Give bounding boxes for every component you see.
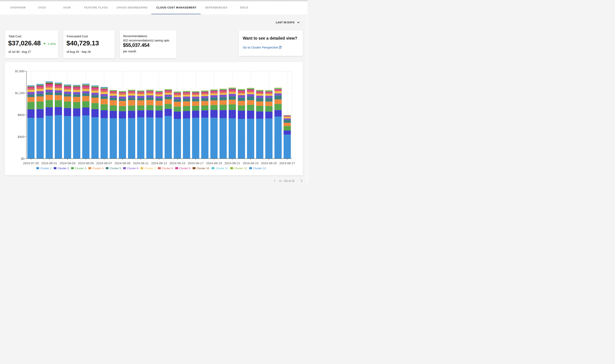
svg-text:2024-08-27: 2024-08-27 [279, 161, 295, 165]
svg-text:2024-08-25: 2024-08-25 [261, 161, 277, 165]
svg-text:2024-08-11: 2024-08-11 [133, 161, 149, 165]
svg-text:$400: $400 [18, 135, 24, 138]
svg-text:2024-08-17: 2024-08-17 [188, 161, 204, 165]
svg-text:2024-07-30: 2024-07-30 [23, 161, 39, 165]
svg-text:2024-08-05: 2024-08-05 [78, 161, 94, 165]
svg-text:$800: $800 [18, 113, 24, 117]
svg-text:$0: $0 [21, 157, 25, 160]
svg-text:2024-08-13: 2024-08-13 [151, 161, 167, 165]
svg-text:2024-08-21: 2024-08-21 [224, 161, 240, 165]
svg-text:2024-08-09: 2024-08-09 [114, 161, 130, 165]
svg-text:$1,600: $1,600 [15, 69, 25, 73]
svg-text:2024-08-23: 2024-08-23 [243, 161, 259, 165]
svg-text:2024-08-19: 2024-08-19 [206, 161, 222, 165]
svg-text:2024-08-01: 2024-08-01 [41, 161, 57, 165]
svg-text:2024-08-15: 2024-08-15 [169, 161, 185, 165]
svg-text:$1,200: $1,200 [15, 91, 25, 95]
svg-text:2024-08-03: 2024-08-03 [59, 161, 75, 165]
svg-text:2024-08-07: 2024-08-07 [96, 161, 112, 165]
